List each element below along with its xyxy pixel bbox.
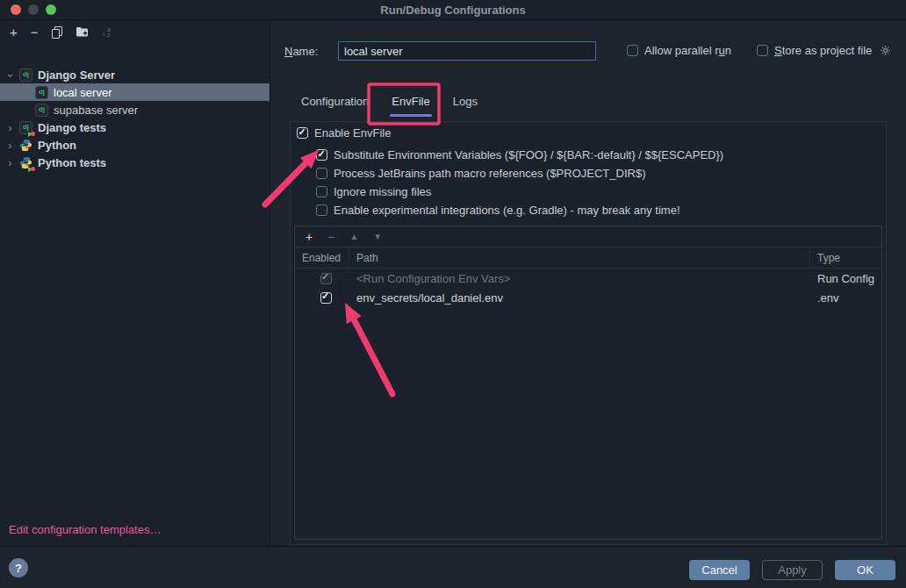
substitute-env-vars-checkbox[interactable]: Substitute Environment Variables (${FOO}… bbox=[316, 148, 723, 161]
tests-overlay-icon bbox=[28, 167, 35, 172]
python-tests-icon bbox=[19, 156, 32, 169]
folder-plus-icon bbox=[76, 26, 89, 38]
edit-configuration-templates-link[interactable]: Edit configuration templates… bbox=[9, 523, 161, 536]
zoom-window-button[interactable] bbox=[46, 4, 56, 15]
table-row-env-secrets[interactable]: env_secrets/local_daniel.env .env bbox=[295, 288, 881, 307]
tree-item-label: local server bbox=[54, 86, 111, 99]
env-row-type: .env bbox=[810, 288, 881, 307]
process-path-macro-checkbox[interactable]: Process JetBrains path macro references … bbox=[316, 167, 645, 180]
tree-item-django-server[interactable]: › dj Django Server bbox=[0, 66, 270, 83]
configuration-editor: Name: Allow parallel run Store as projec… bbox=[270, 20, 906, 546]
remove-env-file-icon[interactable]: − bbox=[327, 231, 334, 243]
sort-arrow: ↓ bbox=[102, 27, 107, 37]
table-toolbar: + − ▲ ▼ bbox=[295, 226, 881, 247]
dialog-footer: ? Cancel Apply OK bbox=[0, 546, 906, 588]
django-tests-icon: dj bbox=[19, 121, 32, 134]
chevron-collapsed-icon[interactable]: › bbox=[6, 122, 14, 133]
env-row-path: env_secrets/local_daniel.env bbox=[349, 288, 810, 307]
python-icon bbox=[19, 139, 32, 152]
chevron-expanded-icon[interactable]: › bbox=[5, 71, 17, 79]
column-header-enabled[interactable]: Enabled bbox=[295, 247, 349, 268]
titlebar: Run/Debug Configurations bbox=[0, 0, 906, 20]
table-header: Enabled Path Type bbox=[295, 247, 881, 269]
env-files-table: + − ▲ ▼ Enabled Path Type <Run Configura… bbox=[294, 226, 882, 540]
option-label: Process JetBrains path macro references … bbox=[334, 167, 645, 180]
ignore-missing-files-checkbox[interactable]: Ignore missing files bbox=[316, 185, 431, 198]
add-configuration-icon[interactable]: + bbox=[10, 25, 18, 39]
allow-parallel-run-label: Allow parallel run bbox=[644, 44, 731, 57]
tab-envfile[interactable]: EnvFile bbox=[380, 91, 441, 117]
checkbox-unchecked[interactable] bbox=[757, 45, 768, 56]
tree-item-label: Python tests bbox=[38, 156, 106, 169]
store-as-project-file-checkbox[interactable]: Store as project file bbox=[757, 44, 891, 57]
allow-parallel-run-checkbox[interactable]: Allow parallel run bbox=[627, 44, 731, 57]
tree-item-label: Python bbox=[38, 139, 76, 152]
store-as-project-file-label: Store as project file bbox=[774, 44, 872, 57]
option-label: Substitute Environment Variables (${FOO}… bbox=[334, 148, 723, 161]
checkbox-unchecked[interactable] bbox=[316, 204, 327, 216]
tree-item-django-tests[interactable]: › dj Django tests bbox=[0, 118, 270, 136]
copy-configuration-icon[interactable] bbox=[52, 26, 62, 38]
window-title: Run/Debug Configurations bbox=[380, 4, 525, 17]
configuration-tabs: Configuration EnvFile Logs bbox=[290, 91, 489, 117]
remove-configuration-icon[interactable]: − bbox=[31, 25, 39, 39]
window-controls bbox=[11, 4, 56, 15]
checkbox-unchecked[interactable] bbox=[316, 168, 327, 179]
new-folder-icon[interactable] bbox=[76, 26, 89, 38]
name-label: Name: bbox=[284, 45, 318, 58]
option-label: Enable experimental integrations (e.g. G… bbox=[334, 204, 680, 217]
envfile-tab-panel: Enable EnvFile Substitute Environment Va… bbox=[290, 121, 887, 545]
tree-item-python-tests[interactable]: › Python tests bbox=[0, 154, 270, 171]
django-icon: dj bbox=[35, 86, 48, 99]
name-input[interactable] bbox=[338, 41, 596, 61]
env-row-path: <Run Configuration Env Vars> bbox=[349, 269, 810, 288]
django-icon: dj bbox=[35, 104, 48, 117]
checkbox-checked[interactable] bbox=[297, 127, 308, 139]
django-icon: dj bbox=[19, 68, 32, 82]
move-up-icon[interactable]: ▲ bbox=[349, 233, 358, 241]
checkbox-checked[interactable] bbox=[320, 292, 332, 304]
tests-overlay-icon bbox=[28, 132, 35, 137]
checkbox-unchecked[interactable] bbox=[316, 186, 327, 197]
checkbox-checked-disabled bbox=[320, 273, 332, 284]
column-header-path[interactable]: Path bbox=[349, 247, 810, 268]
dialog-buttons: Cancel Apply OK bbox=[689, 560, 895, 580]
chevron-collapsed-icon[interactable]: › bbox=[6, 140, 14, 151]
table-row-run-config-env-vars[interactable]: <Run Configuration Env Vars> Run Config bbox=[295, 269, 881, 288]
column-header-type[interactable]: Type bbox=[810, 247, 881, 268]
chevron-collapsed-icon[interactable]: › bbox=[6, 157, 14, 169]
configurations-sidebar: + − ↓ az › dj Django Server dj bbox=[0, 20, 270, 546]
tab-configuration[interactable]: Configuration bbox=[290, 91, 380, 117]
tree-item-python[interactable]: › Python bbox=[0, 136, 270, 154]
sort-alphabetically-icon[interactable]: ↓ az bbox=[102, 27, 111, 38]
apply-button[interactable]: Apply bbox=[762, 560, 823, 580]
move-down-icon[interactable]: ▼ bbox=[373, 233, 382, 241]
gear-icon[interactable] bbox=[880, 45, 891, 56]
run-debug-configurations-dialog: Run/Debug Configurations + − ↓ az › dj D bbox=[0, 0, 906, 588]
option-label: Enable EnvFile bbox=[314, 126, 391, 140]
experimental-integrations-checkbox[interactable]: Enable experimental integrations (e.g. G… bbox=[316, 204, 680, 217]
option-label: Ignore missing files bbox=[334, 185, 431, 198]
tree-item-local-server[interactable]: dj local server bbox=[0, 83, 270, 101]
env-row-type: Run Config bbox=[810, 269, 881, 288]
tree-item-label: supabase server bbox=[54, 104, 138, 117]
cancel-button[interactable]: Cancel bbox=[689, 560, 750, 580]
tree-item-label: Django Server bbox=[38, 68, 115, 82]
tree-item-label: Django tests bbox=[38, 121, 106, 134]
checkbox-checked[interactable] bbox=[316, 149, 327, 161]
sidebar-toolbar: + − ↓ az bbox=[0, 20, 270, 44]
copy-icon bbox=[52, 26, 62, 38]
ok-button[interactable]: OK bbox=[835, 560, 895, 580]
add-env-file-icon[interactable]: + bbox=[306, 231, 313, 243]
enable-envfile-checkbox[interactable]: Enable EnvFile bbox=[297, 126, 391, 140]
tab-logs[interactable]: Logs bbox=[442, 91, 489, 117]
minimize-window-button bbox=[28, 4, 39, 15]
close-window-button[interactable] bbox=[11, 4, 21, 15]
sort-letters: az bbox=[107, 27, 111, 38]
checkbox-unchecked[interactable] bbox=[627, 45, 638, 56]
tree-item-supabase-server[interactable]: dj supabase server bbox=[0, 101, 270, 118]
configurations-tree: › dj Django Server dj local server dj su… bbox=[0, 66, 270, 171]
help-button[interactable]: ? bbox=[9, 558, 28, 577]
